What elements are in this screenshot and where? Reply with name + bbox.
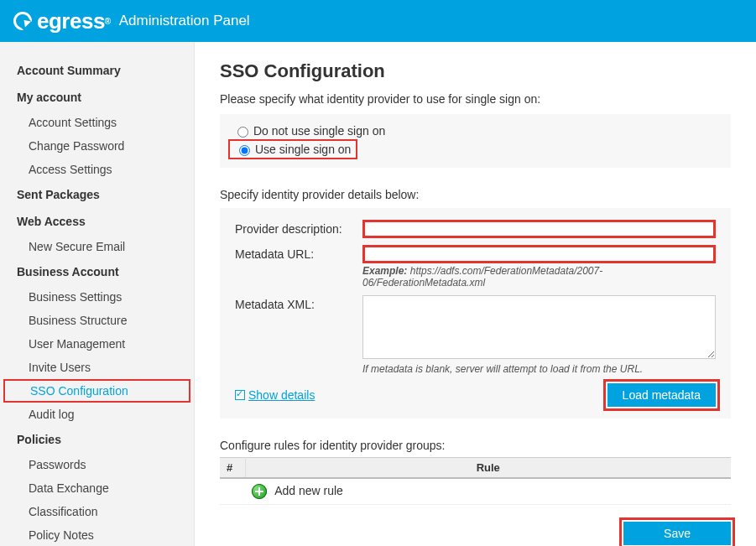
radio-row-off[interactable]: Do not use single sign on <box>233 122 717 139</box>
sso-radio-group: Do not use single sign on Use single sig… <box>220 114 731 168</box>
sidebar-item-classification[interactable]: Classification <box>0 500 194 523</box>
col-header-rule: Rule <box>245 458 731 479</box>
sidebar-heading-policies: Policies <box>0 426 194 453</box>
rules-table: # Rule Add new rule <box>220 457 731 505</box>
sidebar-item-passwords[interactable]: Passwords <box>0 453 194 476</box>
radio-off-label: Do not use single sign on <box>253 124 385 138</box>
provider-description-input[interactable] <box>362 220 716 238</box>
table-row: Add new rule <box>220 478 731 505</box>
metadata-xml-textarea[interactable] <box>362 295 716 359</box>
brand-logo: egress® <box>13 8 111 34</box>
page-title: SSO Configuration <box>220 60 731 82</box>
metadata-url-label: Metadata URL: <box>235 245 362 261</box>
sidebar-item-sso-configuration[interactable]: SSO Configuration <box>3 379 190 403</box>
egress-logo-icon <box>13 12 32 30</box>
intro-text: Please specify what identity provider to… <box>220 92 731 106</box>
sidebar-item-account-settings[interactable]: Account Settings <box>0 111 194 134</box>
add-icon <box>252 484 267 499</box>
sidebar-heading-my-account: My account <box>0 84 194 111</box>
checkbox-icon <box>235 390 245 400</box>
sidebar-item-change-password[interactable]: Change Password <box>0 134 194 158</box>
panel-title: Administration Panel <box>119 13 250 29</box>
save-button[interactable]: Save <box>623 522 731 545</box>
sidebar-item-audit-log[interactable]: Audit log <box>0 403 194 426</box>
load-metadata-button[interactable]: Load metadata <box>607 383 716 407</box>
provider-details-form: Provider description: Metadata URL: Exam… <box>220 208 731 419</box>
rules-prompt: Configure rules for identity provider gr… <box>220 439 731 452</box>
sidebar-item-policy-notes[interactable]: Policy Notes <box>0 523 194 546</box>
provider-description-label: Provider description: <box>235 220 362 236</box>
details-prompt: Specify identity provider details below: <box>220 188 731 201</box>
radio-row-on[interactable]: Use single sign on <box>228 139 357 159</box>
sidebar-item-data-exchange[interactable]: Data Exchange <box>0 476 194 500</box>
sidebar-heading-account-summary[interactable]: Account Summary <box>0 57 194 84</box>
brand-name: egress <box>37 8 105 34</box>
main-content: SSO Configuration Please specify what id… <box>195 42 756 546</box>
col-header-index: # <box>220 458 245 479</box>
sidebar: Account Summary My account Account Setti… <box>0 42 195 546</box>
top-header: egress® Administration Panel <box>0 0 756 42</box>
sidebar-item-user-management[interactable]: User Management <box>0 332 194 356</box>
radio-do-not-use-sso[interactable] <box>237 127 248 138</box>
sidebar-item-invite-users[interactable]: Invite Users <box>0 356 194 379</box>
metadata-url-input[interactable] <box>362 245 716 263</box>
sidebar-heading-web-access: Web Access <box>0 208 194 235</box>
sidebar-item-business-settings[interactable]: Business Settings <box>0 285 194 309</box>
sidebar-heading-business-account: Business Account <box>0 258 194 285</box>
add-new-rule-link[interactable]: Add new rule <box>252 484 343 497</box>
metadata-xml-hint: If metadata is blank, server will attemp… <box>362 363 716 375</box>
show-details-link[interactable]: Show details <box>235 388 315 402</box>
sidebar-item-business-structure[interactable]: Business Structure <box>0 309 194 332</box>
metadata-xml-label: Metadata XML: <box>235 295 362 311</box>
sidebar-item-access-settings[interactable]: Access Settings <box>0 158 194 181</box>
metadata-url-example: Example: https://adfs.com/FederationMeta… <box>362 265 716 289</box>
radio-on-label: Use single sign on <box>255 143 351 156</box>
sidebar-item-new-secure-email[interactable]: New Secure Email <box>0 235 194 258</box>
radio-use-sso[interactable] <box>239 145 250 156</box>
sidebar-heading-sent-packages[interactable]: Sent Packages <box>0 181 194 208</box>
